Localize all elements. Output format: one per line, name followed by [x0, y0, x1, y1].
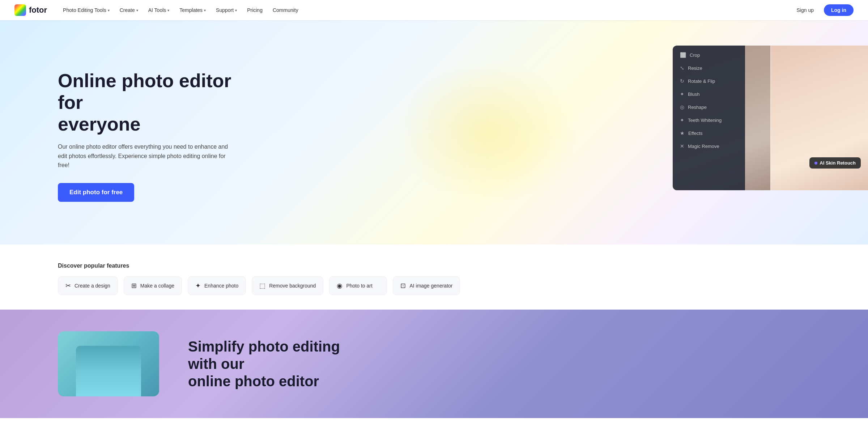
menu-item-crop[interactable]: ⬜ Crop	[673, 48, 745, 61]
feature-ai-image-generator[interactable]: ⊡ AI image generator	[393, 276, 460, 295]
bottom-text: Simplify photo editing with our online p…	[188, 338, 369, 390]
portrait-divider	[770, 46, 771, 190]
chevron-down-icon: ▾	[167, 8, 169, 12]
menu-item-effects[interactable]: ★ Effects	[673, 127, 745, 140]
create-design-icon: ✂	[65, 282, 71, 290]
menu-item-blush[interactable]: ✦ Blush	[673, 88, 745, 101]
feature-create-design[interactable]: ✂ Create a design	[58, 276, 118, 295]
menu-item-resize[interactable]: ⤡ Resize	[673, 61, 745, 75]
logo-text: fotor	[29, 5, 47, 15]
features-section: Discover popular features ✂ Create a des…	[0, 244, 868, 310]
blush-icon: ✦	[680, 91, 684, 97]
teeth-icon: ✦	[680, 117, 684, 123]
navbar: fotor Photo Editing Tools ▾ Create ▾ AI …	[0, 0, 868, 20]
bottom-preview-image	[58, 331, 159, 396]
nav-item-create[interactable]: Create ▾	[115, 5, 142, 15]
effects-icon: ★	[680, 130, 685, 136]
editor-panel: ⊞ ⚙ ⬡ ◉ ⬚ ⚇ T ⬜ Crop ⤡ Resize ↻	[673, 46, 745, 190]
chevron-down-icon: ▾	[235, 8, 237, 12]
feature-enhance-photo[interactable]: ✦ Enhance photo	[188, 276, 246, 295]
chevron-down-icon: ▾	[108, 8, 110, 12]
chevron-down-icon: ▾	[204, 8, 206, 12]
make-collage-icon: ⊞	[131, 282, 137, 290]
nav-item-community[interactable]: Community	[268, 5, 303, 15]
feature-remove-background[interactable]: ⬚ Remove background	[252, 276, 323, 295]
nav-item-templates[interactable]: Templates ▾	[175, 5, 210, 15]
hero-section: Online photo editor for everyone Our onl…	[0, 20, 868, 244]
bottom-section: Simplify photo editing with our online p…	[0, 310, 868, 418]
menu-item-rotate[interactable]: ↻ Rotate & Flip	[673, 75, 745, 88]
bottom-title: Simplify photo editing with our online p…	[188, 338, 369, 390]
nav-menu: Photo Editing Tools ▾ Create ▾ AI Tools …	[59, 5, 303, 15]
photo-to-art-icon: ◉	[337, 282, 342, 290]
resize-icon: ⤡	[680, 65, 684, 71]
feature-photo-to-art[interactable]: ◉ Photo to art	[329, 276, 387, 295]
feature-make-collage[interactable]: ⊞ Make a collage	[124, 276, 182, 295]
nav-item-pricing[interactable]: Pricing	[243, 5, 267, 15]
ai-generator-icon: ⊡	[400, 282, 406, 290]
logo[interactable]: fotor	[14, 4, 47, 16]
portrait-container: ⊞ ⚙ ⬡ ◉ ⬚ ⚇ T ⬜ Crop ⤡ Resize ↻	[673, 46, 868, 190]
hero-subtitle: Our online photo editor offers everythin…	[58, 142, 239, 170]
magic-remove-icon: ✕	[680, 143, 684, 149]
enhance-photo-icon: ✦	[195, 282, 201, 290]
reshape-icon: ◎	[680, 104, 684, 110]
crop-icon: ⬜	[680, 52, 686, 58]
logo-icon	[14, 4, 26, 16]
login-button[interactable]: Log in	[824, 4, 854, 16]
hero-content: Online photo editor for everyone Our onl…	[0, 41, 253, 224]
features-section-title: Discover popular features	[58, 263, 854, 269]
nav-item-support[interactable]: Support ▾	[212, 5, 241, 15]
signup-button[interactable]: Sign up	[791, 4, 820, 16]
nav-item-photo-editing[interactable]: Photo Editing Tools ▾	[59, 5, 114, 15]
remove-bg-icon: ⬚	[259, 282, 265, 290]
bottom-preview-inner	[76, 346, 141, 396]
menu-item-teeth[interactable]: ✦ Teeth Whitening	[673, 114, 745, 127]
menu-item-magic-remove[interactable]: ✕ Magic Remove	[673, 140, 745, 153]
hero-bg-blob	[398, 60, 579, 205]
edit-photo-cta-button[interactable]: Edit photo for free	[58, 183, 134, 202]
nav-actions: Sign up Log in	[791, 4, 854, 16]
hero-title: Online photo editor for everyone	[58, 70, 239, 135]
rotate-icon: ↻	[680, 78, 684, 84]
hero-editor-image: ⊞ ⚙ ⬡ ◉ ⬚ ⚇ T ⬜ Crop ⤡ Resize ↻	[658, 20, 868, 244]
features-grid: ✂ Create a design ⊞ Make a collage ✦ Enh…	[58, 276, 854, 295]
chevron-down-icon: ▾	[136, 8, 138, 12]
portrait-right	[770, 46, 868, 190]
menu-item-reshape[interactable]: ◎ Reshape	[673, 101, 745, 114]
ai-skin-retouch-badge: AI Skin Retouch	[809, 157, 861, 169]
ai-badge-dot	[814, 162, 817, 165]
nav-item-ai-tools[interactable]: AI Tools ▾	[144, 5, 174, 15]
